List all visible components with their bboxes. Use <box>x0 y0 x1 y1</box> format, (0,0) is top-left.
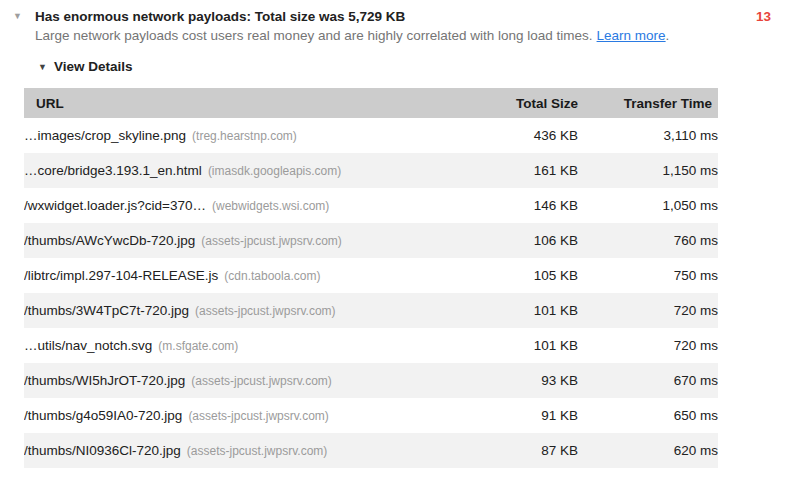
url-cell: /thumbs/NI0936Cl-720.jpg(assets-jpcust.j… <box>24 433 458 468</box>
table-row: /thumbs/NI0936Cl-720.jpg(assets-jpcust.j… <box>24 433 718 468</box>
url-cell: …core/bridge3.193.1_en.html(imasdk.googl… <box>24 153 458 188</box>
description-text: Large network payloads cost users real m… <box>35 28 593 43</box>
transfer-time-cell: 620 ms <box>578 433 718 468</box>
url-host: (webwidgets.wsi.com) <box>212 199 329 213</box>
table-row: …core/bridge3.193.1_en.html(imasdk.googl… <box>24 153 718 188</box>
url-host: (assets-jpcust.jwpsrv.com) <box>188 409 328 423</box>
network-payloads-table: URL Total Size Transfer Time …images/cro… <box>24 88 718 468</box>
url-cell: /thumbs/AWcYwcDb-720.jpg(assets-jpcust.j… <box>24 223 458 258</box>
column-header-total-size: Total Size <box>458 88 578 118</box>
url-cell: /thumbs/WI5hJrOT-720.jpg(assets-jpcust.j… <box>24 363 458 398</box>
total-size-cell: 106 KB <box>458 223 578 258</box>
transfer-time-cell: 720 ms <box>578 328 718 363</box>
transfer-time-cell: 1,150 ms <box>578 153 718 188</box>
url-host: (assets-jpcust.jwpsrv.com) <box>191 374 331 388</box>
transfer-time-cell: 760 ms <box>578 223 718 258</box>
total-size-cell: 87 KB <box>458 433 578 468</box>
url-host: (cdn.taboola.com) <box>224 269 320 283</box>
audit-description: Large network payloads cost users real m… <box>35 27 669 45</box>
total-size-cell: 146 KB <box>458 188 578 223</box>
total-size-cell: 91 KB <box>458 398 578 433</box>
audit-title: Has enormous network payloads: Total siz… <box>35 8 405 26</box>
url-path: /thumbs/g4o59IA0-720.jpg <box>24 408 182 423</box>
url-cell: /thumbs/3W4TpC7t-720.jpg(assets-jpcust.j… <box>24 293 458 328</box>
transfer-time-cell: 650 ms <box>578 398 718 433</box>
url-path: /thumbs/NI0936Cl-720.jpg <box>24 443 181 458</box>
table-row: /libtrc/impl.297-104-RELEASE.js(cdn.tabo… <box>24 258 718 293</box>
column-header-url: URL <box>24 88 458 118</box>
url-host: (imasdk.googleapis.com) <box>208 164 341 178</box>
url-cell: /wxwidget.loader.js?cid=370…(webwidgets.… <box>24 188 458 223</box>
audit-collapse-icon[interactable]: ▼ <box>13 10 22 22</box>
table-row: /thumbs/AWcYwcDb-720.jpg(assets-jpcust.j… <box>24 223 718 258</box>
transfer-time-cell: 750 ms <box>578 258 718 293</box>
url-path: /thumbs/3W4TpC7t-720.jpg <box>24 303 189 318</box>
transfer-time-cell: 720 ms <box>578 293 718 328</box>
view-details-label: View Details <box>54 59 133 74</box>
url-path: …images/crop_skyline.png <box>24 128 186 143</box>
url-cell: …utils/nav_notch.svg(m.sfgate.com) <box>24 328 458 363</box>
url-cell: …images/crop_skyline.png(treg.hearstnp.c… <box>24 118 458 153</box>
url-host: (treg.hearstnp.com) <box>192 129 297 143</box>
payload-table-body: …images/crop_skyline.png(treg.hearstnp.c… <box>24 118 718 468</box>
transfer-time-cell: 1,050 ms <box>578 188 718 223</box>
url-host: (m.sfgate.com) <box>158 339 238 353</box>
table-row: /thumbs/WI5hJrOT-720.jpg(assets-jpcust.j… <box>24 363 718 398</box>
total-size-cell: 101 KB <box>458 293 578 328</box>
url-host: (assets-jpcust.jwpsrv.com) <box>187 444 327 458</box>
url-path: /thumbs/AWcYwcDb-720.jpg <box>24 233 195 248</box>
url-cell: /libtrc/impl.297-104-RELEASE.js(cdn.tabo… <box>24 258 458 293</box>
audit-score-badge: 13 <box>756 8 771 26</box>
table-row: /thumbs/3W4TpC7t-720.jpg(assets-jpcust.j… <box>24 293 718 328</box>
total-size-cell: 105 KB <box>458 258 578 293</box>
total-size-cell: 93 KB <box>458 363 578 398</box>
url-path: /thumbs/WI5hJrOT-720.jpg <box>24 373 185 388</box>
total-size-cell: 436 KB <box>458 118 578 153</box>
url-path: …core/bridge3.193.1_en.html <box>24 163 202 178</box>
audit-panel: ▼ Has enormous network payloads: Total s… <box>0 0 800 477</box>
learn-more-link[interactable]: Learn more <box>597 28 666 43</box>
url-path: /wxwidget.loader.js?cid=370… <box>24 198 206 213</box>
transfer-time-cell: 3,110 ms <box>578 118 718 153</box>
view-details-toggle[interactable]: ▼View Details <box>38 58 132 76</box>
description-period: . <box>666 28 670 43</box>
url-path: /libtrc/impl.297-104-RELEASE.js <box>24 268 218 283</box>
column-header-transfer-time: Transfer Time <box>578 88 718 118</box>
total-size-cell: 101 KB <box>458 328 578 363</box>
table-row: /thumbs/g4o59IA0-720.jpg(assets-jpcust.j… <box>24 398 718 433</box>
table-row: …images/crop_skyline.png(treg.hearstnp.c… <box>24 118 718 153</box>
table-header-row: URL Total Size Transfer Time <box>24 88 718 118</box>
table-row: …utils/nav_notch.svg(m.sfgate.com) 101 K… <box>24 328 718 363</box>
url-path: …utils/nav_notch.svg <box>24 338 152 353</box>
url-host: (assets-jpcust.jwpsrv.com) <box>201 234 341 248</box>
chevron-down-icon[interactable]: ▼ <box>38 58 47 76</box>
total-size-cell: 161 KB <box>458 153 578 188</box>
url-cell: /thumbs/g4o59IA0-720.jpg(assets-jpcust.j… <box>24 398 458 433</box>
table-row: /wxwidget.loader.js?cid=370…(webwidgets.… <box>24 188 718 223</box>
url-host: (assets-jpcust.jwpsrv.com) <box>195 304 335 318</box>
transfer-time-cell: 670 ms <box>578 363 718 398</box>
